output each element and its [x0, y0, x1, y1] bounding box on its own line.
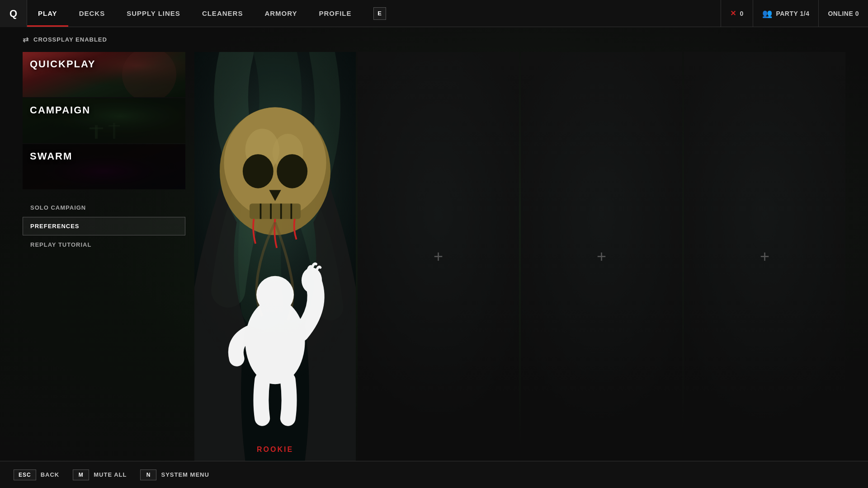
- content-area: QUICKPLAY: [0, 52, 868, 461]
- svg-rect-7: [108, 125, 120, 127]
- m-key: M: [73, 469, 89, 480]
- system-menu-label: SYSTEM MENU: [161, 471, 209, 478]
- main-content: ⇄ CROSSPLAY ENABLED: [0, 27, 868, 461]
- party-icon: 👥: [762, 9, 773, 19]
- n-key: N: [140, 469, 156, 480]
- sidebar: QUICKPLAY: [23, 52, 185, 461]
- nav-profile[interactable]: PROFILE: [308, 0, 363, 27]
- nav-items: PLAY DECKS SUPPLY LINES CLEANERS ARMORY …: [27, 0, 721, 27]
- svg-point-17: [277, 154, 307, 188]
- svg-rect-18: [250, 204, 301, 219]
- nav-cleaners[interactable]: CLEANERS: [191, 0, 254, 27]
- svg-point-1: [122, 52, 176, 97]
- online-label: ONLINE 0: [828, 10, 859, 17]
- skull-icon: ✕: [730, 9, 736, 18]
- swarm-label: SWARM: [30, 150, 72, 162]
- sidebar-swarm[interactable]: SWARM: [23, 144, 185, 189]
- slot-2-add: +: [434, 247, 443, 266]
- solo-campaign-link[interactable]: SOLO CAMPAIGN: [23, 198, 185, 217]
- top-navigation: Q PLAY DECKS SUPPLY LINES CLEANERS ARMOR…: [0, 0, 868, 27]
- slot-3-add: +: [597, 247, 606, 266]
- nav-armory[interactable]: ARMORY: [254, 0, 308, 27]
- crossplay-label: CROSSPLAY ENABLED: [33, 36, 107, 43]
- sidebar-campaign[interactable]: CAMPAIGN: [23, 98, 185, 143]
- nav-decks[interactable]: DECKS: [68, 0, 116, 27]
- system-menu-button[interactable]: N SYSTEM MENU: [140, 469, 209, 480]
- bottom-bar: ESC BACK M MUTE ALL N SYSTEM MENU: [0, 461, 868, 488]
- nav-online: ONLINE 0: [818, 0, 868, 27]
- svg-rect-4: [95, 125, 98, 139]
- replay-tutorial-link[interactable]: REPLAY TUTORIAL: [23, 235, 185, 254]
- crossplay-bar: ⇄ CROSSPLAY ENABLED: [0, 27, 868, 52]
- character-slot-4[interactable]: +: [684, 52, 845, 461]
- nav-party[interactable]: 👥 PARTY 1/4: [753, 0, 819, 27]
- nav-play[interactable]: PLAY: [27, 0, 68, 27]
- sidebar-quickplay[interactable]: QUICKPLAY: [23, 52, 185, 97]
- mute-all-label: MUTE ALL: [94, 471, 127, 478]
- character-slots: ROOKIE +: [194, 52, 845, 461]
- mute-all-button[interactable]: M MUTE ALL: [73, 469, 127, 480]
- back-button[interactable]: ESC BACK: [14, 469, 59, 480]
- preferences-link[interactable]: PREFERENCES: [23, 217, 185, 235]
- quickplay-label: QUICKPLAY: [30, 58, 96, 70]
- character-slot-2[interactable]: +: [358, 52, 519, 461]
- svg-point-24: [256, 276, 294, 314]
- sidebar-links: SOLO CAMPAIGN PREFERENCES REPLAY TUTORIA…: [23, 198, 185, 254]
- svg-point-16: [243, 154, 274, 188]
- nav-logo: Q: [0, 0, 27, 27]
- svg-rect-5: [90, 127, 103, 129]
- nav-e-badge[interactable]: E: [373, 7, 386, 20]
- esc-key: ESC: [14, 469, 36, 480]
- character-slot-3[interactable]: +: [521, 52, 682, 461]
- skull-count: 0: [740, 10, 744, 17]
- rookie-art: [194, 52, 356, 461]
- nav-skulls: ✕ 0: [721, 0, 753, 27]
- nav-supply-lines[interactable]: SUPPLY LINES: [116, 0, 191, 27]
- party-label: PARTY 1/4: [776, 10, 809, 17]
- back-label: BACK: [41, 471, 60, 478]
- slot-4-add: +: [760, 247, 769, 266]
- rookie-label: ROOKIE: [194, 446, 356, 454]
- nav-right-section: ✕ 0 👥 PARTY 1/4 ONLINE 0: [721, 0, 868, 27]
- character-slot-1[interactable]: ROOKIE: [194, 52, 356, 461]
- svg-point-25: [302, 267, 322, 293]
- campaign-label: CAMPAIGN: [30, 104, 90, 116]
- crossplay-icon: ⇄: [23, 35, 29, 44]
